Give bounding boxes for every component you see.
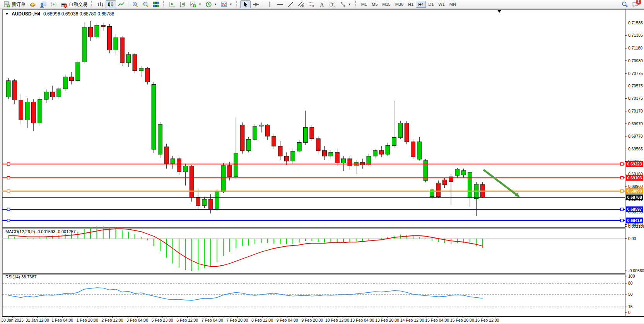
line-handle[interactable] [7, 190, 10, 193]
chart-dropdown-caret-icon[interactable] [5, 13, 9, 15]
chat-badge: 1 [636, 0, 641, 5]
sounds-icon [50, 1, 57, 8]
line-handle[interactable] [621, 176, 624, 179]
timeframe-button-h1[interactable]: H1 [406, 1, 416, 8]
timeframe-button-m1[interactable]: M1 [359, 1, 369, 8]
bear-candle [208, 199, 213, 209]
time-axis-label: 15 Feb 04:00 [425, 318, 449, 322]
chat-button[interactable]: 1 [632, 1, 639, 8]
profiles-clock-dropdown-button[interactable]: ▼ [203, 0, 219, 8]
indicators-dropdown-button[interactable]: ▼ [219, 0, 234, 8]
svg-text:E: E [302, 4, 304, 7]
timeframe-button-h4[interactable]: H4 [416, 1, 426, 8]
bear-candle [89, 27, 93, 37]
bull-candle [25, 102, 29, 120]
bull-candle [158, 124, 162, 154]
bear-candle [379, 150, 384, 154]
svg-text:0.70980: 0.70980 [628, 58, 643, 63]
line-handle[interactable] [7, 163, 10, 165]
bar-chart-button[interactable] [95, 0, 106, 8]
time-axis-label: 30 Jan 2023 [1, 318, 24, 322]
bull-candle [76, 62, 80, 80]
bear-candle [360, 162, 365, 165]
trendline-tool[interactable] [285, 0, 296, 8]
line-chart-button[interactable] [116, 0, 126, 8]
chart-window[interactable]: 0.715850.713850.711800.709800.707750.705… [2, 9, 644, 323]
bull-candle [38, 99, 42, 123]
bear-candle [133, 55, 137, 71]
bear-candle [164, 147, 169, 164]
arrows-shapes-dropdown[interactable]: ▼ [338, 0, 353, 8]
text-label-tool[interactable]: T [327, 0, 338, 8]
bear-candle [108, 26, 112, 50]
bull-candle [95, 25, 99, 37]
line-handle[interactable] [621, 208, 624, 211]
bear-candle [19, 100, 23, 120]
line-handle[interactable] [621, 163, 624, 165]
text-tool[interactable]: A [317, 0, 327, 8]
svg-text:0.69970: 0.69970 [628, 121, 643, 126]
cursor-icon [242, 1, 249, 8]
line-handle[interactable] [621, 190, 624, 193]
timeframe-button-m15[interactable]: M15 [380, 1, 393, 8]
tile-windows-icon [153, 1, 159, 8]
time-axis-label: 13 Feb 20:00 [375, 318, 399, 322]
horizontal-line-tool[interactable] [275, 0, 285, 8]
bull-candle [234, 153, 238, 177]
candlestick-chart-icon [108, 1, 114, 8]
cascade-charts-button[interactable] [178, 0, 188, 8]
time-axis-label: 2 Feb 12:00 [101, 318, 123, 322]
svg-text:0.69565: 0.69565 [628, 147, 643, 151]
toolbar-grip [91, 1, 93, 7]
zoom-in-button[interactable] [130, 0, 140, 8]
timeframe-button-m30[interactable]: M30 [393, 1, 406, 8]
time-axis-label: 13 Feb 04:00 [350, 318, 374, 322]
bar-chart-icon [97, 1, 104, 8]
arrows-shapes-icon [340, 1, 346, 8]
bull-candle [221, 165, 225, 192]
time-axis-label: 14 Feb 12:00 [400, 318, 424, 322]
bear-candle [227, 165, 232, 177]
chart-canvas[interactable]: 0.715850.713850.711800.709800.707750.705… [2, 9, 644, 323]
line-handle[interactable] [7, 176, 10, 179]
toolbar-grip [163, 1, 165, 7]
new-order-button[interactable]: 新订单 [2, 0, 27, 8]
zoom-out-button[interactable] [140, 0, 151, 8]
candlestick-chart-button[interactable] [106, 0, 116, 8]
timeframe-button-d1[interactable]: D1 [426, 1, 436, 8]
line-handle[interactable] [7, 208, 10, 211]
chevron-down-icon: ▼ [229, 3, 232, 6]
timeframe-button-mn[interactable]: MN [447, 1, 458, 8]
timeframe-button-m5[interactable]: M5 [369, 1, 380, 8]
tile-windows-button[interactable] [151, 0, 161, 8]
bull-candle [417, 142, 422, 159]
new-chart-dropdown-button[interactable]: ▼ [188, 0, 203, 8]
bull-candle [63, 77, 67, 89]
sounds-button[interactable] [48, 0, 59, 8]
bear-candle [272, 136, 276, 146]
new-order-icon [3, 1, 10, 8]
crosshair-tool-button[interactable] [251, 0, 261, 8]
bull-candle [152, 84, 156, 149]
bear-candle [240, 125, 244, 150]
bull-candle [468, 172, 472, 198]
chart-shift-marker-icon[interactable] [497, 10, 501, 13]
fibonacci-tool[interactable]: F [306, 0, 317, 8]
equidistant-channel-tool[interactable]: E [296, 0, 306, 8]
search-icon[interactable] [622, 1, 628, 8]
navigator-button[interactable] [38, 0, 48, 8]
timeframe-button-w1[interactable]: W1 [436, 1, 447, 8]
bear-candle [348, 159, 352, 166]
arrange-charts-button[interactable] [167, 0, 178, 8]
svg-text:0.00: 0.00 [628, 236, 636, 241]
vertical-line-tool[interactable] [265, 0, 275, 8]
line-handle[interactable] [7, 219, 10, 222]
bull-candle [215, 192, 219, 209]
bull-candle [303, 128, 307, 143]
line-handle[interactable] [621, 219, 624, 222]
autotrading-button[interactable]: 自动交易 [59, 0, 89, 8]
terminal-window: 新订单 自动交易 [0, 0, 644, 324]
svg-text:0.69770: 0.69770 [628, 134, 643, 138]
market-watch-button[interactable] [27, 0, 38, 8]
cursor-tool-button[interactable] [240, 0, 251, 8]
